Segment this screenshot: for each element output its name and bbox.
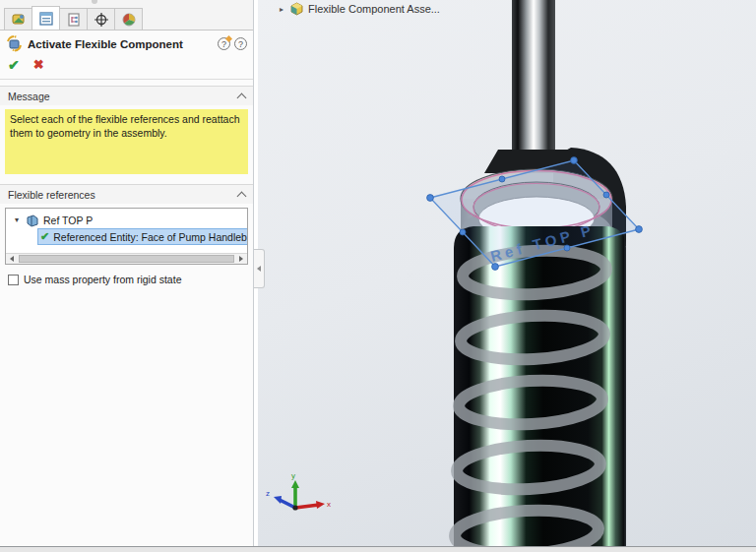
piston-rod[interactable] <box>512 0 555 159</box>
references-group-label: Flexible references <box>8 189 238 201</box>
page-title: Activate Flexible Component <box>28 38 214 50</box>
plane-handle[interactable] <box>427 195 434 202</box>
solidworks-window: Activate Flexible Component ? ? ✔ ✖ Mess… <box>0 0 756 552</box>
displaymanager-sphere-icon <box>121 12 137 28</box>
mass-property-checkbox-row[interactable]: Use mass property from rigid state <box>8 274 253 285</box>
green-check-icon: ✔ <box>40 230 49 243</box>
scroll-right-icon <box>239 256 243 262</box>
pencil-accent-icon <box>225 35 232 42</box>
ok-button[interactable]: ✔ <box>8 57 20 73</box>
plane-handle[interactable] <box>636 226 643 233</box>
tree-row-parent[interactable]: ▾ Ref TOP P <box>6 212 247 228</box>
plane-handle[interactable] <box>460 229 466 235</box>
panel-collapse-handle[interactable] <box>254 249 265 288</box>
flyout-tree-label: Flexible Component Asse... <box>308 3 440 15</box>
scrollbar-thumb[interactable] <box>19 255 234 263</box>
plane-handle[interactable] <box>603 192 609 198</box>
flyout-feature-tree[interactable]: ▸ Flexible Component Asse... <box>280 2 440 16</box>
tree-row-referenced-entity[interactable]: ✔ Referenced Entity: Face of Pump Handle… <box>37 228 248 245</box>
scroll-left-icon <box>10 256 14 262</box>
references-group-header[interactable]: Flexible references <box>0 184 253 204</box>
cancel-button[interactable]: ✖ <box>33 57 44 73</box>
message-group-header[interactable]: Message <box>0 86 253 105</box>
help-icon[interactable]: ? <box>234 37 247 50</box>
flyout-expander-icon[interactable]: ▸ <box>280 5 284 14</box>
3d-scene[interactable]: Ref TOP P y x z <box>258 0 756 546</box>
propertymanager-icon <box>38 11 54 27</box>
window-bottom-edge <box>0 546 756 552</box>
dimxpert-crosshair-icon <box>94 12 109 28</box>
plane-handle[interactable] <box>564 245 570 251</box>
tab-featuremanager[interactable] <box>4 8 32 30</box>
context-help-glyph: ? <box>221 39 226 49</box>
flexible-component-icon <box>6 35 23 52</box>
assembly-icon <box>289 2 304 16</box>
message-group-label: Message <box>8 91 238 102</box>
context-help-icon[interactable]: ? <box>218 37 230 50</box>
chevron-up-icon[interactable] <box>237 93 247 103</box>
reference-plane-icon <box>26 214 39 227</box>
tab-propertymanager[interactable] <box>32 6 60 30</box>
tab-configurationmanager[interactable] <box>59 8 88 30</box>
mass-property-checkbox-label: Use mass property from rigid state <box>24 274 181 285</box>
tree-parent-label: Ref TOP P <box>43 215 93 226</box>
graphics-viewport[interactable]: ▸ Flexible Component Asse... <box>258 0 756 546</box>
triad-x-label: x <box>327 500 331 509</box>
tree-child-label: Referenced Entity: Face of Pump Handleba… <box>53 231 248 243</box>
property-manager-panel: Activate Flexible Component ? ? ✔ ✖ Mess… <box>0 0 254 546</box>
featuremanager-tree-icon <box>11 12 27 28</box>
plane-handle[interactable] <box>499 176 505 182</box>
tree-expander-icon[interactable]: ▾ <box>12 215 22 224</box>
scroll-right-button[interactable] <box>235 254 247 264</box>
property-manager-header: Activate Flexible Component ? ? <box>0 31 253 54</box>
help-glyph: ? <box>238 39 243 49</box>
mass-property-checkbox[interactable] <box>8 275 19 285</box>
scroll-left-button[interactable] <box>6 254 18 264</box>
triad-z-label: z <box>266 489 270 498</box>
tab-dimxpertmanager[interactable] <box>87 8 115 30</box>
flexible-references-list[interactable]: ▾ Ref TOP P ✔ Referenced Entity: Face of… <box>5 208 248 265</box>
configurationmanager-icon <box>66 12 82 28</box>
horizontal-scrollbar[interactable] <box>6 253 247 264</box>
orientation-triad: y x z <box>266 471 331 511</box>
plane-handle[interactable] <box>571 157 578 164</box>
message-text: Select each of the flexible references a… <box>5 109 248 174</box>
confirm-toolbar: ✔ ✖ <box>0 54 253 80</box>
chevron-up-icon[interactable] <box>237 192 247 202</box>
collapse-arrow-icon <box>257 266 261 272</box>
manager-tab-strip <box>0 0 253 31</box>
tab-displaymanager[interactable] <box>114 8 143 30</box>
triad-y-label: y <box>291 471 295 480</box>
